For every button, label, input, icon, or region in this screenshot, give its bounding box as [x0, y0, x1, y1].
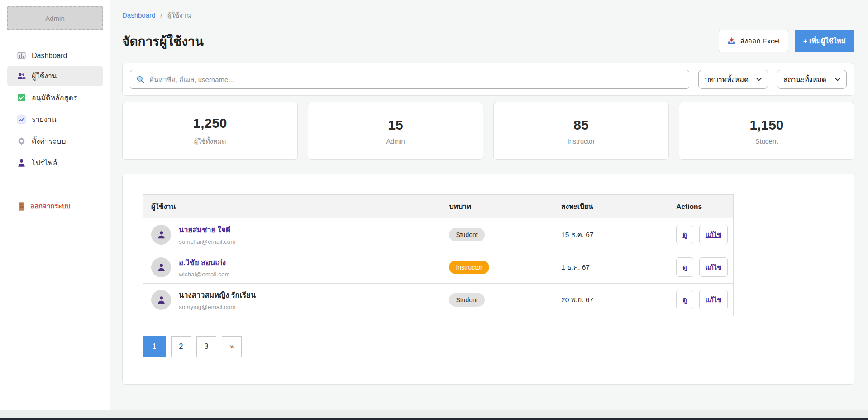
- users-table-panel: ผู้ใช้งานบทบาทลงทะเบียนActions นายสมชาย …: [122, 174, 854, 385]
- page-title: จัดการผู้ใช้งาน: [122, 31, 204, 51]
- sidebar-item-reports[interactable]: รายงาน: [7, 109, 103, 130]
- sidebar-item-label: ผู้ใช้งาน: [32, 70, 57, 82]
- pagination-page-1[interactable]: 1: [143, 336, 166, 357]
- footer-strip: [0, 410, 868, 418]
- stat-card-student: 1,150 Student: [679, 102, 854, 160]
- sidebar-item-label: ตั้งค่าระบบ: [32, 135, 66, 147]
- sidebar-item-settings[interactable]: ตั้งค่าระบบ: [7, 131, 103, 151]
- avatar: [151, 257, 171, 277]
- pagination: 123»: [143, 336, 834, 357]
- sidebar-divider: [7, 186, 103, 186]
- stat-value: 1,150: [749, 117, 783, 133]
- pagination-next-button[interactable]: »: [222, 336, 242, 357]
- person-icon: [157, 230, 166, 239]
- logout-link[interactable]: ออกจากระบบ: [7, 201, 103, 212]
- sidebar-item-label: อนุมัติหลักสูตร: [32, 92, 77, 103]
- column-header: บทบาท: [441, 195, 553, 218]
- chevron-down-icon: [756, 77, 762, 81]
- table-row: อ.วิชัย สอนเก่ง wichai@email.com Instruc…: [143, 251, 734, 284]
- user-name-link[interactable]: นายสมชาย ใจดี: [179, 224, 236, 236]
- users-icon: [17, 72, 26, 80]
- users-table: ผู้ใช้งานบทบาทลงทะเบียนActions นายสมชาย …: [143, 194, 734, 316]
- status-filter-select[interactable]: สถานะทั้งหมด: [777, 70, 847, 89]
- registered-date: 15 ธ.ค. 67: [553, 218, 668, 251]
- search-icon: [136, 75, 145, 84]
- app-window: Admin Dashboard ผู้ใช้งาน อนุมัติหลักสูต…: [0, 0, 868, 410]
- registered-date: 20 พ.ย. 67: [553, 284, 668, 316]
- status-filter-value: สถานะทั้งหมด: [783, 74, 826, 85]
- column-header: ผู้ใช้งาน: [143, 195, 441, 218]
- actions-cell: ดู แก้ไข: [676, 257, 725, 277]
- breadcrumb-separator: /: [161, 11, 162, 19]
- user-cell: นางสาวสมหญิง รักเรียน somying@email.com: [151, 289, 433, 310]
- user-cell: นายสมชาย ใจดี somchai@email.com: [151, 224, 433, 245]
- stat-label: Student: [755, 138, 778, 145]
- stat-card-admin: 15 Admin: [308, 102, 483, 160]
- sidebar-item-label: โปรไฟล์: [32, 157, 57, 169]
- role-filter-value: บทบาททั้งหมด: [705, 74, 749, 85]
- avatar: [151, 290, 171, 310]
- export-excel-button[interactable]: ส่งออก Excel: [719, 30, 788, 52]
- search-box: [130, 70, 689, 89]
- table-header-row: ผู้ใช้งานบทบาทลงทะเบียนActions: [143, 195, 734, 218]
- edit-button[interactable]: แก้ไข: [699, 257, 728, 277]
- logout-label: ออกจากระบบ: [30, 201, 71, 212]
- person-icon: [157, 295, 166, 304]
- pagination-page-2[interactable]: 2: [171, 336, 191, 357]
- stat-label: Admin: [386, 138, 405, 145]
- person-icon: [157, 263, 166, 271]
- column-header: Actions: [668, 195, 733, 218]
- actions-cell: ดู แก้ไข: [676, 225, 725, 244]
- window-bottom-edge: [0, 418, 868, 420]
- search-input[interactable]: [149, 76, 683, 83]
- sidebar: Admin Dashboard ผู้ใช้งาน อนุมัติหลักสูต…: [0, 0, 110, 410]
- breadcrumb-dashboard-link[interactable]: Dashboard: [122, 11, 155, 19]
- column-header: ลงทะเบียน: [553, 195, 668, 218]
- edit-button[interactable]: แก้ไข: [699, 290, 728, 309]
- admin-brand-label: Admin: [45, 14, 65, 22]
- export-excel-label: ส่งออก Excel: [740, 35, 779, 47]
- role-badge: Student: [449, 293, 484, 307]
- download-icon: [727, 37, 736, 45]
- sidebar-item-label: รายงาน: [32, 114, 57, 125]
- sidebar-item-profile[interactable]: โปรไฟล์: [7, 153, 103, 173]
- stat-value: 85: [573, 117, 588, 133]
- add-user-label: + เพิ่มผู้ใช้ใหม่: [803, 35, 846, 47]
- stat-card-ผู้ใช้ทั้งหมด: 1,250 ผู้ใช้ทั้งหมด: [122, 102, 298, 160]
- view-button[interactable]: ดู: [676, 290, 693, 309]
- user-email: somchai@email.com: [179, 238, 236, 245]
- avatar: [151, 225, 171, 245]
- pagination-page-3[interactable]: 3: [196, 336, 216, 357]
- door-icon: [17, 202, 26, 211]
- gear-icon: [17, 137, 26, 145]
- stats-row: 1,250 ผู้ใช้ทั้งหมด15 Admin85 Instructor…: [122, 102, 854, 160]
- sidebar-nav: Dashboard ผู้ใช้งาน อนุมัติหลักสูตร รายง…: [7, 47, 103, 173]
- user-cell: อ.วิชัย สอนเก่ง wichai@email.com: [151, 256, 433, 278]
- role-filter-select[interactable]: บทบาททั้งหมด: [698, 70, 768, 89]
- add-user-button[interactable]: + เพิ่มผู้ใช้ใหม่: [795, 30, 854, 52]
- sidebar-item-approve-courses[interactable]: อนุมัติหลักสูตร: [7, 87, 103, 108]
- breadcrumb-current: ผู้ใช้งาน: [167, 11, 191, 19]
- view-button[interactable]: ดู: [676, 225, 693, 244]
- user-email: wichai@email.com: [179, 271, 230, 278]
- chevron-down-icon: [835, 77, 840, 81]
- role-badge: Student: [449, 228, 484, 241]
- sidebar-item-dashboard[interactable]: Dashboard: [7, 47, 103, 64]
- sidebar-item-label: Dashboard: [32, 52, 67, 60]
- sidebar-item-users[interactable]: ผู้ใช้งาน: [7, 66, 103, 86]
- registered-date: 1 ธ.ค. 67: [553, 251, 668, 284]
- main-content: Dashboard / ผู้ใช้งาน จัดการผู้ใช้งาน ส่…: [110, 0, 868, 410]
- user-name: นางสาวสมหญิง รักเรียน: [179, 289, 256, 301]
- user-name-link[interactable]: อ.วิชัย สอนเก่ง: [179, 256, 230, 268]
- title-actions: ส่งออก Excel + เพิ่มผู้ใช้ใหม่: [719, 30, 854, 52]
- edit-button[interactable]: แก้ไข: [699, 225, 728, 244]
- role-badge: Instructor: [449, 261, 489, 274]
- breadcrumb: Dashboard / ผู้ใช้งาน: [122, 10, 854, 21]
- filter-bar: บทบาททั้งหมด สถานะทั้งหมด: [122, 63, 854, 96]
- view-button[interactable]: ดู: [676, 257, 693, 277]
- actions-cell: ดู แก้ไข: [676, 290, 725, 309]
- user-email: somying@email.com: [179, 304, 256, 310]
- admin-brand-box: Admin: [7, 6, 103, 30]
- chart-line-icon: [17, 115, 26, 124]
- table-row: นายสมชาย ใจดี somchai@email.com Student …: [143, 218, 734, 251]
